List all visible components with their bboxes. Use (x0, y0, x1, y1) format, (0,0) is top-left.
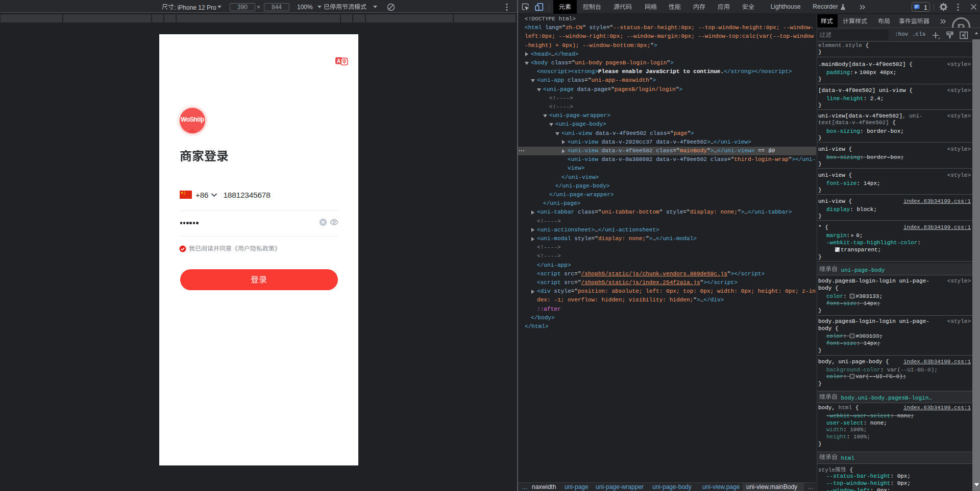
svg-text:A: A (337, 58, 340, 64)
svg-text:R: R (957, 21, 965, 29)
